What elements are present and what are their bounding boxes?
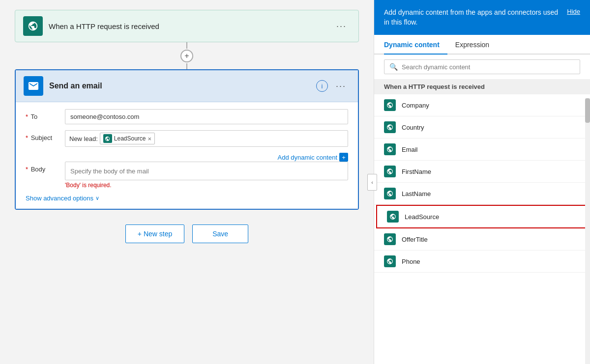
add-dynamic-plus-icon: + bbox=[339, 153, 348, 162]
item-label-lastname: LastName bbox=[402, 190, 431, 197]
body-label: * Body bbox=[26, 162, 65, 173]
tag-remove-button[interactable]: × bbox=[148, 136, 152, 142]
item-label-firstname: FirstName bbox=[402, 168, 431, 175]
panel-tabs: Dynamic content Expression bbox=[374, 35, 590, 55]
search-input[interactable] bbox=[402, 63, 575, 71]
scrollbar-thumb[interactable] bbox=[585, 98, 590, 123]
item-label-email: Email bbox=[402, 146, 418, 153]
dynamic-item-leadsource[interactable]: LeadSource bbox=[376, 205, 588, 228]
dynamic-item-firstname[interactable]: FirstName bbox=[374, 161, 590, 183]
subject-field-wrapper[interactable]: New lead: LeadSource × bbox=[65, 130, 348, 147]
collapse-panel-button[interactable]: ‹ bbox=[367, 174, 377, 191]
item-icon-email bbox=[384, 143, 396, 155]
save-button[interactable]: Save bbox=[192, 224, 248, 243]
dynamic-item-phone[interactable]: Phone bbox=[374, 251, 590, 273]
item-icon-offertitle bbox=[384, 233, 396, 245]
tag-icon bbox=[103, 134, 112, 143]
body-input[interactable] bbox=[65, 162, 348, 180]
to-label: * To bbox=[26, 109, 65, 120]
connector-line-top bbox=[186, 42, 187, 49]
search-box: 🔍 bbox=[384, 59, 580, 74]
item-label-company: Company bbox=[402, 102, 429, 109]
info-button[interactable]: i bbox=[316, 80, 328, 92]
email-block-body: * To * Subject New lead: bbox=[16, 102, 358, 209]
dynamic-item-company[interactable]: Company bbox=[374, 94, 590, 116]
hide-button[interactable]: Hide bbox=[567, 8, 580, 15]
connector: + bbox=[180, 42, 193, 69]
panel-header: Add dynamic content from the apps and co… bbox=[374, 0, 590, 35]
item-label-phone: Phone bbox=[402, 258, 420, 265]
new-step-button[interactable]: + New step bbox=[125, 224, 184, 243]
tab-dynamic-content[interactable]: Dynamic content bbox=[384, 35, 447, 55]
tag-label: LeadSource bbox=[114, 135, 146, 142]
dynamic-items-list: Company Country Email bbox=[374, 94, 590, 364]
add-dynamic-content-button[interactable]: Add dynamic content + bbox=[278, 153, 348, 162]
connector-line-bottom bbox=[186, 63, 187, 70]
email-block-icon bbox=[24, 76, 43, 96]
email-block-menu-button[interactable]: ··· bbox=[332, 79, 350, 93]
send-email-block: Send an email i ··· * To * Subject bbox=[15, 69, 359, 210]
dynamic-item-email[interactable]: Email bbox=[374, 139, 590, 161]
item-label-offertitle: OfferTitle bbox=[402, 236, 428, 243]
subject-field-row: * Subject New lead: LeadSource × bbox=[26, 130, 348, 147]
add-dynamic-link: Add dynamic content + bbox=[26, 153, 348, 162]
body-field-row: * Body 'Body' is required. bbox=[26, 162, 348, 189]
subject-label: * Subject bbox=[26, 130, 65, 141]
dynamic-item-lastname[interactable]: LastName bbox=[374, 183, 590, 205]
dynamic-item-country[interactable]: Country bbox=[374, 116, 590, 139]
to-field-row: * To bbox=[26, 109, 348, 124]
right-panel: ‹ Add dynamic content from the apps and … bbox=[374, 0, 590, 364]
globe-icon bbox=[28, 21, 38, 31]
scrollbar-track bbox=[585, 98, 590, 364]
email-block-header: Send an email i ··· bbox=[16, 70, 358, 102]
section-header: When a HTTP request is received bbox=[374, 79, 590, 94]
http-request-block: When a HTTP request is received ··· bbox=[15, 10, 359, 42]
to-input[interactable] bbox=[65, 109, 348, 124]
http-block-title: When a HTTP request is received bbox=[49, 22, 332, 30]
subject-text-prefix: New lead: bbox=[69, 135, 98, 142]
chevron-down-icon: ∨ bbox=[95, 195, 99, 201]
search-icon: 🔍 bbox=[389, 63, 398, 71]
body-row-inner: * Body bbox=[26, 162, 348, 180]
show-advanced-button[interactable]: Show advanced options ∨ bbox=[26, 195, 99, 202]
item-icon-leadsource bbox=[387, 211, 399, 223]
email-icon-svg bbox=[28, 80, 39, 92]
item-icon-lastname bbox=[384, 188, 396, 199]
tab-expression[interactable]: Expression bbox=[455, 35, 497, 55]
panel-header-text: Add dynamic content from the apps and co… bbox=[384, 8, 559, 27]
http-block-menu-button[interactable]: ··· bbox=[332, 19, 351, 33]
add-step-button[interactable]: + bbox=[180, 50, 193, 62]
item-icon-country bbox=[384, 121, 396, 133]
item-icon-firstname bbox=[384, 166, 396, 177]
subject-dynamic-tag: LeadSource × bbox=[100, 133, 155, 144]
item-label-country: Country bbox=[402, 124, 424, 131]
item-label-leadsource: LeadSource bbox=[405, 213, 439, 221]
main-canvas: When a HTTP request is received ··· + Se… bbox=[0, 0, 374, 364]
item-icon-company bbox=[384, 99, 396, 111]
body-error: 'Body' is required. bbox=[65, 182, 112, 189]
http-block-icon bbox=[23, 16, 43, 36]
email-block-title: Send an email bbox=[49, 82, 316, 90]
dynamic-item-offertitle[interactable]: OfferTitle bbox=[374, 228, 590, 251]
item-icon-phone bbox=[384, 255, 396, 267]
action-buttons: + New step Save bbox=[125, 224, 248, 243]
